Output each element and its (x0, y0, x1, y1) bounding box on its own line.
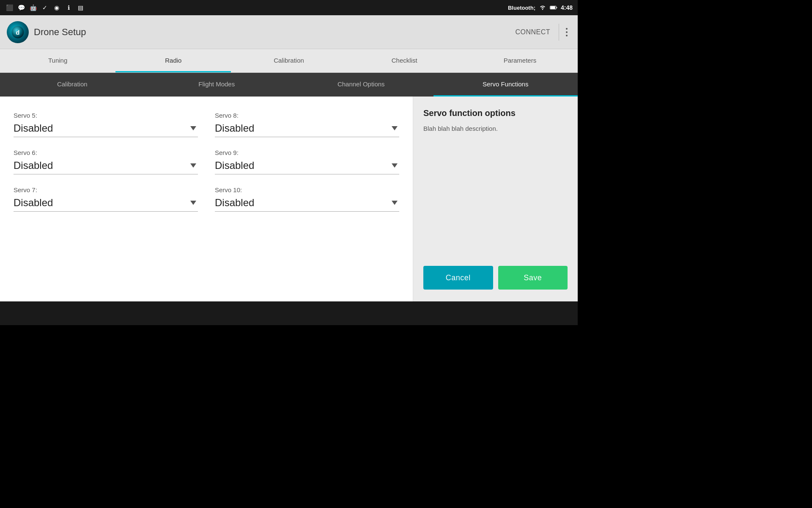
subtab-servo-functions[interactable]: Servo Functions (433, 73, 578, 97)
panel-description: Blah blah blah description. (423, 124, 568, 266)
servo-10-arrow (392, 201, 398, 205)
servo-6-label: Servo 6: (14, 149, 198, 156)
servo-7-group: Servo 7: Disabled (14, 181, 198, 212)
servo-10-value: Disabled (215, 197, 254, 209)
servo-9-label: Servo 9: (215, 149, 399, 156)
tab-calibration[interactable]: Calibration (231, 49, 346, 72)
servo-6-arrow (190, 163, 196, 168)
servo-6-value: Disabled (14, 160, 53, 171)
overflow-dot-2 (566, 31, 568, 33)
servo-8-dropdown[interactable]: Disabled (215, 121, 399, 137)
servo-10-group: Servo 10: Disabled (215, 181, 399, 212)
servo-8-arrow (392, 126, 398, 130)
servo-8-value: Disabled (215, 122, 254, 134)
panel-buttons: Cancel Save (423, 266, 568, 290)
servo-8-label: Servo 8: (215, 112, 399, 119)
app-bar: d Drone Setup CONNECT (0, 15, 578, 49)
servo-9-dropdown[interactable]: Disabled (215, 158, 399, 174)
cancel-button[interactable]: Cancel (423, 266, 493, 290)
location-icon: ◉ (52, 3, 61, 12)
svg-text:d: d (16, 29, 20, 36)
svg-rect-2 (557, 7, 557, 8)
servo-5-group: Servo 5: Disabled (14, 107, 198, 137)
subtab-calibration[interactable]: Calibration (0, 73, 145, 97)
servo-5-value: Disabled (14, 122, 53, 134)
main-content: Servo 5: Disabled Servo 8: Disabled Serv… (0, 97, 578, 301)
app-bar-divider (559, 24, 559, 41)
chat-icon: 💬 (17, 3, 25, 12)
info-icon: ℹ (64, 3, 73, 12)
bluetooth-icon: Bluetooth; (508, 5, 535, 11)
svg-rect-1 (550, 6, 555, 9)
servo-7-label: Servo 7: (14, 186, 198, 193)
servo-list-panel: Servo 5: Disabled Servo 8: Disabled Serv… (0, 97, 413, 301)
storage-icon: ⬛ (5, 3, 14, 12)
servo-6-dropdown[interactable]: Disabled (14, 158, 198, 174)
servo-7-dropdown[interactable]: Disabled (14, 195, 198, 212)
status-icons-left: ⬛ 💬 🤖 ✓ ◉ ℹ ▤ (5, 3, 85, 12)
tab-checklist[interactable]: Checklist (347, 49, 462, 72)
servo-5-label: Servo 5: (14, 112, 198, 119)
subtab-channel-options[interactable]: Channel Options (289, 73, 433, 97)
servo-10-dropdown[interactable]: Disabled (215, 195, 399, 212)
save-button[interactable]: Save (498, 266, 568, 290)
overflow-menu-button[interactable] (562, 25, 571, 40)
servo-7-value: Disabled (14, 197, 53, 209)
barcode-icon: ▤ (76, 3, 85, 12)
app-title: Drone Setup (34, 27, 510, 38)
nav-bar (0, 301, 578, 325)
sub-tabs: Calibration Flight Modes Channel Options… (0, 73, 578, 97)
android-icon: 🤖 (29, 3, 37, 12)
servo-6-group: Servo 6: Disabled (14, 144, 198, 174)
servo-5-arrow (190, 126, 196, 130)
subtab-flight-modes[interactable]: Flight Modes (145, 73, 289, 97)
status-bar: ⬛ 💬 🤖 ✓ ◉ ℹ ▤ Bluetooth; 4:48 (0, 0, 578, 15)
connect-button[interactable]: CONNECT (510, 25, 555, 39)
servo-7-arrow (190, 201, 196, 205)
app-logo: d (7, 21, 29, 43)
status-right: Bluetooth; 4:48 (508, 4, 573, 11)
servo-10-label: Servo 10: (215, 186, 399, 193)
servo-8-group: Servo 8: Disabled (215, 107, 399, 137)
top-tabs: Tuning Radio Calibration Checklist Param… (0, 49, 578, 73)
servo-options-panel: Servo function options Blah blah blah de… (413, 97, 578, 301)
battery-icon (550, 5, 557, 11)
tab-radio[interactable]: Radio (115, 49, 231, 72)
servo-9-group: Servo 9: Disabled (215, 144, 399, 174)
overflow-dot-1 (566, 28, 568, 30)
wifi-icon (539, 5, 546, 11)
time-display: 4:48 (561, 4, 573, 11)
tab-parameters[interactable]: Parameters (462, 49, 578, 72)
servo-9-value: Disabled (215, 160, 254, 171)
overflow-dot-3 (566, 35, 568, 36)
servo-9-arrow (392, 163, 398, 168)
check-icon: ✓ (41, 3, 49, 12)
panel-title: Servo function options (423, 108, 568, 118)
servo-5-dropdown[interactable]: Disabled (14, 121, 198, 137)
tab-tuning[interactable]: Tuning (0, 49, 115, 72)
